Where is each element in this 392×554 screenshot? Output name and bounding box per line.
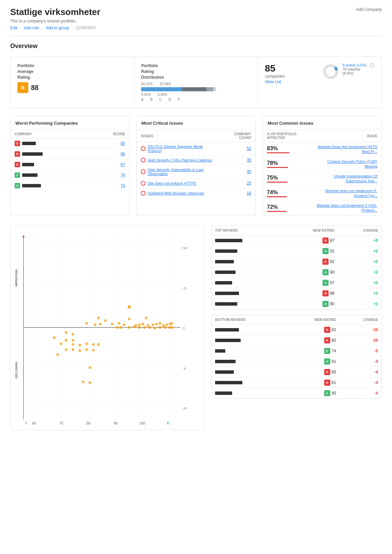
pct-value: 78% [267, 160, 308, 166]
mover-rating-cell: A 91 [284, 356, 340, 367]
issue-name-link[interactable]: Website Does Not Implement HSTS Best Pr.… [318, 145, 377, 154]
score-link[interactable]: 74 [121, 183, 125, 188]
score-link[interactable]: 74 [121, 173, 125, 178]
table-row: D 80 -10 [212, 335, 381, 346]
count-link[interactable]: 35 [247, 158, 251, 163]
rating-value: 91 [330, 249, 334, 253]
mover-company-cell [212, 335, 284, 346]
top-movers-card: TOP MOVERS NEW RATING CHANGE D 87 +5 [211, 226, 382, 309]
issue-link[interactable]: Site does not enforce HTTPS [148, 181, 196, 185]
score-link[interactable]: 66 [121, 152, 125, 156]
mover-rating-cell: A 91 [281, 246, 338, 257]
issue-icon [141, 169, 146, 174]
svg-point-53 [128, 326, 131, 329]
add-to-group-link[interactable]: Add to group [46, 26, 69, 30]
svg-point-38 [118, 322, 120, 325]
table-row: D 82 +2 [212, 257, 381, 267]
issue-name-link[interactable]: Content Security Policy (CSP) Missing [327, 159, 377, 168]
count-link[interactable]: 18 [247, 191, 251, 196]
count-link[interactable]: 52 [247, 146, 251, 151]
change-cell: +1 [338, 299, 381, 309]
svg-marker-14 [22, 235, 25, 237]
common-issues-card: Most Common Issues % OF PORTFOLIO AFFECT… [262, 116, 382, 215]
svg-point-61 [168, 326, 171, 329]
pct-cell: 75% [263, 171, 312, 186]
svg-point-64 [72, 333, 74, 336]
rating-value: 90 [330, 302, 334, 306]
score-link[interactable]: 67 [121, 162, 125, 167]
mover-company-cell [212, 325, 284, 335]
rating-icon: D [324, 327, 330, 333]
worst-companies-card: Worst Performing Companies COMPANY SCORE… [10, 116, 130, 215]
movers-section: TOP MOVERS NEW RATING CHANGE D 87 +5 [211, 226, 382, 430]
view-list-link[interactable]: View List [265, 79, 285, 84]
bottom-movers-rating-col: NEW RATING [284, 315, 340, 325]
mover-company-cell [212, 267, 281, 278]
table-row: A 90 +1 [212, 299, 381, 309]
company-cell: C [11, 181, 87, 191]
svg-point-57 [148, 326, 151, 329]
pct-cell: 83% [263, 142, 312, 157]
company-cell: D [11, 138, 87, 149]
col-issues: ISSUES [137, 130, 219, 142]
mover-bar [215, 339, 241, 342]
svg-point-80 [89, 366, 91, 369]
svg-point-75 [72, 348, 74, 351]
table-row: 75% Unsafe Implementation Of Subresource… [263, 171, 381, 186]
mover-rating-cell: D 81 [284, 378, 340, 388]
table-row: SSL/TLS Service Supports Weak Protocol 5… [137, 142, 255, 155]
table-row: Outdated Web Browser Observed 18 [137, 188, 255, 198]
score-link[interactable]: 65 [121, 141, 125, 146]
company-bar [22, 173, 37, 177]
change-cell: -5 [340, 346, 381, 356]
count-link[interactable]: 35 [247, 169, 251, 174]
rating-icon: A [322, 248, 329, 254]
mover-bar [215, 349, 225, 353]
count-link[interactable]: 25 [247, 181, 251, 186]
svg-point-71 [85, 342, 88, 345]
edit-link[interactable]: Edit [10, 26, 17, 30]
mover-company-cell [212, 257, 281, 267]
pct-cell: 72% [263, 201, 312, 215]
mover-bar [215, 260, 234, 263]
rating-value: 82 [330, 259, 334, 264]
mover-bar [215, 302, 237, 306]
dist-bar-b [182, 87, 206, 91]
table-row: D 87 +5 [212, 235, 381, 246]
issue-name-cell: Website Does Not Implement HSTS Best Pr.… [312, 142, 381, 157]
svg-point-31 [104, 319, 107, 322]
table-row: 78% Content Security Policy (CSP) Missin… [263, 157, 381, 171]
table-row: 83% Website Does Not Implement HSTS Best… [263, 142, 381, 157]
add-company-button[interactable]: Add Company [356, 7, 382, 12]
top-movers-title: TOP MOVERS [212, 226, 281, 235]
mover-rating-cell: D 80 [284, 335, 340, 346]
add-rule-link[interactable]: Add rule [24, 26, 39, 30]
svg-text:70: 70 [59, 421, 63, 425]
overview-title: Overview [10, 43, 382, 50]
issue-link[interactable]: Outdated Web Browser Observed [148, 191, 204, 195]
issue-bar [267, 167, 288, 168]
issue-link[interactable]: High-Severity Vulnerability in Last Obse… [148, 168, 215, 176]
table-row: D 66 [11, 149, 129, 159]
info-icon[interactable]: ? [370, 63, 375, 68]
rating-value: 82 [332, 327, 336, 332]
issue-link[interactable]: High Severity CVEs Patching Cadence [148, 158, 212, 162]
rating-value: 90 [332, 391, 336, 396]
table-row: D 88 +1 [212, 288, 381, 299]
svg-point-82 [89, 381, 91, 384]
issue-name-link[interactable]: Website does not implement X-XSS-Protect… [317, 203, 377, 212]
companies-right: 9 active (11%) 76 inactive (8.9%) ? [322, 63, 375, 80]
svg-point-35 [94, 323, 96, 326]
mover-rating-cell: D 85 [284, 367, 340, 378]
issue-cell: Site does not enforce HTTPS [137, 179, 219, 188]
issue-name-link[interactable]: Website does not implement X-Content-Typ… [325, 189, 377, 198]
rating-icon: D [322, 259, 329, 265]
pct-value: 72% [267, 204, 308, 210]
svg-point-77 [85, 348, 88, 351]
inactive-pct: (8.9%) [343, 71, 366, 75]
issue-link[interactable]: SSL/TLS Service Supports Weak Protocol [148, 144, 215, 153]
issue-name-link[interactable]: Unsafe Implementation Of Subresource Int… [334, 174, 377, 183]
svg-text:80: 80 [87, 421, 91, 425]
svg-point-66 [65, 339, 67, 342]
svg-point-45 [155, 323, 158, 325]
